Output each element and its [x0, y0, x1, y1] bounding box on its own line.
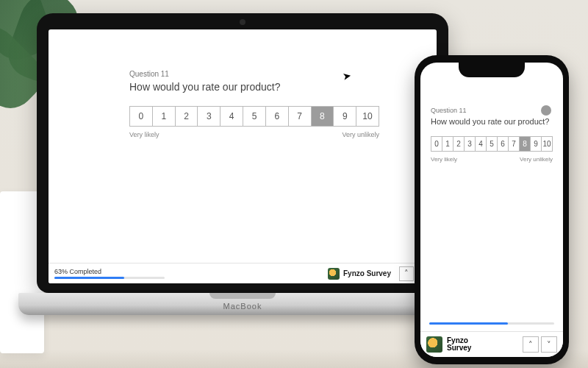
chevron-down-icon: ˅: [547, 340, 551, 350]
rating-option-9[interactable]: 9: [334, 107, 356, 126]
chevron-up-icon: ˄: [404, 269, 409, 278]
rating-option-8[interactable]: 8: [520, 137, 531, 151]
brand-logo-icon: [328, 268, 340, 280]
rating-option-6[interactable]: 6: [498, 137, 509, 151]
prev-question-button[interactable]: ˄: [523, 336, 539, 353]
question-kicker: Question 11: [431, 107, 553, 114]
rating-option-10[interactable]: 10: [356, 107, 379, 126]
rating-scale: 012345678910: [431, 136, 553, 152]
laptop-screen: Question 11 How would you rate our produ…: [49, 29, 437, 283]
phone-notch-icon: [459, 63, 525, 77]
brand-chip[interactable]: Fynzo Survey: [328, 268, 391, 280]
rating-option-4[interactable]: 4: [476, 137, 487, 151]
question-title: How would you rate our product?: [431, 117, 553, 126]
rating-option-1[interactable]: 1: [442, 137, 453, 151]
question-title: How would you rate our product?: [129, 81, 379, 93]
rating-option-10[interactable]: 10: [542, 137, 552, 151]
rating-option-2[interactable]: 2: [176, 107, 198, 126]
rating-option-5[interactable]: 5: [243, 107, 266, 126]
mouse-cursor-icon: ➤: [342, 69, 353, 82]
progress-block: 63% Completed: [54, 268, 165, 279]
prev-question-button[interactable]: ˄: [399, 266, 414, 281]
rating-option-1[interactable]: 1: [153, 107, 176, 126]
phone-device: Question 11 How would you rate our produ…: [415, 55, 569, 364]
brand-name[interactable]: Fynzo Survey: [447, 337, 471, 353]
laptop-base: MacBook: [18, 293, 467, 315]
rating-option-6[interactable]: 6: [266, 107, 289, 126]
chevron-up-icon: ˄: [528, 340, 533, 350]
phone-screen: Question 11 How would you rate our produ…: [420, 63, 563, 357]
rating-max-label: Very unlikely: [342, 131, 379, 138]
rating-option-7[interactable]: 7: [289, 107, 312, 126]
progress-bar: [429, 322, 554, 325]
progress-fill: [429, 322, 508, 325]
progress-text: 63% Completed: [54, 268, 101, 275]
rating-option-3[interactable]: 3: [198, 107, 220, 126]
rating-option-5[interactable]: 5: [487, 137, 498, 151]
survey-question-block: Question 11 How would you rate our produ…: [129, 70, 379, 138]
rating-option-4[interactable]: 4: [220, 107, 243, 126]
laptop-device: Question 11 How would you rate our produ…: [37, 13, 448, 322]
survey-footer: 63% Completed Fynzo Survey ˄ ˅: [49, 263, 437, 283]
next-question-button[interactable]: ˅: [541, 336, 557, 353]
rating-option-8[interactable]: 8: [312, 107, 334, 126]
rating-option-7[interactable]: 7: [509, 137, 520, 151]
laptop-camera-icon: [240, 19, 245, 25]
rating-option-0[interactable]: 0: [130, 107, 153, 126]
survey-footer: Fynzo Survey ˄ ˅: [420, 331, 563, 357]
rating-option-9[interactable]: 9: [531, 137, 542, 151]
brand-logo-icon: [426, 336, 442, 353]
rating-min-label: Very likely: [431, 156, 457, 163]
rating-min-label: Very likely: [129, 131, 159, 138]
progress-bar: [54, 277, 165, 279]
rating-scale: 012345678910: [129, 106, 379, 127]
rating-option-2[interactable]: 2: [453, 137, 465, 151]
progress-fill: [54, 277, 124, 279]
laptop-brand-label: MacBook: [223, 302, 262, 311]
brand-name: Fynzo Survey: [343, 269, 391, 277]
rating-option-0[interactable]: 0: [431, 137, 442, 151]
survey-question-block: Question 11 How would you rate our produ…: [431, 107, 553, 163]
rating-max-label: Very unlikely: [520, 156, 553, 163]
rating-option-3[interactable]: 3: [465, 137, 476, 151]
